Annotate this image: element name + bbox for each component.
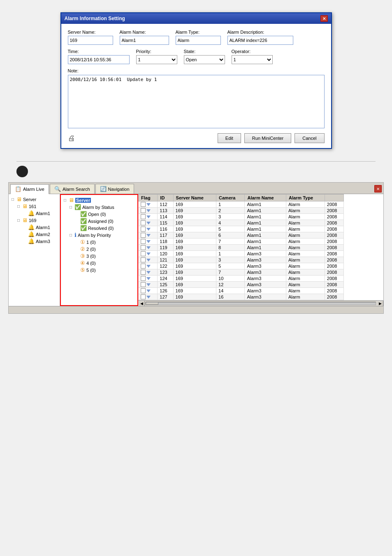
tree-item-161[interactable]: □ 🖥 161	[10, 203, 58, 210]
mid-tree-resolved[interactable]: ✅ Resolved (0)	[63, 225, 136, 232]
horizontal-scrollbar[interactable]: ◀ ▶	[138, 300, 383, 306]
checkbox[interactable]	[141, 245, 146, 250]
mid-tree-p2[interactable]: ② 2 (0)	[63, 246, 136, 253]
mid-tree-p5[interactable]: ⑤ 5 (0)	[63, 266, 136, 273]
table-row[interactable]: 124 169 10 Alarm3 Alarm 2008	[139, 276, 344, 282]
table-row[interactable]: 113 169 2 Alarm1 Alarm 2008	[139, 208, 344, 214]
mid-tree-p3[interactable]: ③ 3 (0)	[63, 253, 136, 259]
cell-id: 126	[158, 288, 173, 294]
table-row[interactable]: 115 169 4 Alarm1 Alarm 2008	[139, 220, 344, 226]
alarm-desc-input[interactable]	[227, 36, 293, 45]
mid-tree-p1[interactable]: ① 1 (0)	[63, 239, 136, 246]
cancel-button[interactable]: Cancel	[295, 133, 324, 143]
checkbox[interactable]	[141, 288, 146, 293]
table-row[interactable]: 119 169 8 Alarm1 Alarm 2008	[139, 245, 344, 251]
alarm-icon: 🔔	[28, 238, 35, 244]
table-row[interactable]: 118 169 7 Alarm1 Alarm 2008	[139, 239, 344, 245]
edit-button[interactable]: Edit	[218, 133, 241, 143]
operator-select[interactable]: 1	[232, 55, 273, 64]
cell-alarm-name: Alarm3	[245, 276, 286, 282]
checkbox[interactable]	[141, 276, 146, 281]
checkbox[interactable]	[141, 239, 146, 244]
table-row[interactable]: 123 169 7 Alarm3 Alarm 2008	[139, 269, 344, 276]
tree-item-169-alarm3[interactable]: 🔔 Alarm3	[10, 238, 58, 245]
checkbox[interactable]	[141, 270, 146, 275]
server-name-input[interactable]	[68, 36, 113, 45]
checkbox[interactable]	[141, 264, 146, 269]
time-input[interactable]	[68, 55, 130, 64]
table-row[interactable]: 116 169 5 Alarm1 Alarm 2008	[139, 226, 344, 232]
note-textarea[interactable]: 2008/12/16 10:56:01 Update by 1	[68, 75, 325, 128]
table-row[interactable]: 125 169 12 Alarm3 Alarm 2008	[139, 282, 344, 288]
section-separator	[16, 161, 376, 162]
tree-item-169-alarm2[interactable]: 🔔 Alarm2	[10, 231, 58, 238]
print-icon[interactable]: 🖨	[68, 134, 75, 143]
table-row[interactable]: 117 169 6 Alarm1 Alarm 2008	[139, 232, 344, 239]
mid-tree-alarm-by-status[interactable]: □ ✅ Alarm by Status	[63, 204, 136, 211]
cell-alarm-name: Alarm1	[245, 226, 286, 232]
tree-item-169[interactable]: □ 🖥 169	[10, 217, 58, 224]
tree-item-169-alarm1[interactable]: 🔔 Alarm1	[10, 224, 58, 231]
checkbox[interactable]	[141, 214, 146, 219]
scroll-thumb[interactable]	[146, 302, 158, 305]
mid-tree-p4[interactable]: ④ 4 (0)	[63, 259, 136, 266]
col-camera: Camera	[216, 195, 245, 202]
cell-flag	[139, 239, 158, 245]
checkbox[interactable]	[141, 227, 146, 232]
table-row[interactable]: 114 169 3 Alarm1 Alarm 2008	[139, 214, 344, 220]
table-row[interactable]: 126 169 14 Alarm3 Alarm 2008	[139, 288, 344, 294]
checkbox[interactable]	[141, 257, 146, 262]
mid-tree-item-server[interactable]: □ 🖥 Server	[63, 197, 136, 204]
cell-alarm-type: Alarm	[286, 208, 325, 214]
table-row[interactable]: 122 169 5 Alarm3 Alarm 2008	[139, 263, 344, 269]
checkbox[interactable]	[141, 202, 146, 207]
tab-alarm-search[interactable]: 🔍 Alarm Search	[50, 184, 95, 194]
checkbox[interactable]	[141, 251, 146, 256]
table-row[interactable]: 127 169 16 Alarm3 Alarm 2008	[139, 294, 344, 300]
expand-icon: □	[68, 233, 73, 237]
tab-alarm-search-label: Alarm Search	[63, 187, 90, 192]
tab-navigation[interactable]: 🔄 Navigation	[95, 184, 134, 194]
tab-alarm-live[interactable]: 📋 Alarm Live	[10, 184, 49, 194]
checkbox[interactable]	[141, 208, 146, 213]
cell-server: 169	[173, 263, 216, 269]
flag-triangle	[146, 228, 151, 231]
col-alarm-type: Alarm Type	[286, 195, 325, 202]
priority-group: Priority: 12345	[136, 49, 177, 64]
checkbox[interactable]	[141, 233, 146, 238]
cell-camera: 12	[216, 282, 245, 288]
panel-close-button[interactable]: ✕	[374, 185, 382, 192]
cell-alarm-name: Alarm1	[245, 208, 286, 214]
scroll-left-arrow[interactable]: ◀	[138, 301, 145, 306]
checkbox[interactable]	[141, 294, 146, 299]
table-row[interactable]: 121 169 3 Alarm3 Alarm 2008	[139, 257, 344, 263]
table-scroll-area[interactable]: Flag ID Server Name Camera Alarm Name Al…	[138, 194, 383, 300]
cell-flag	[139, 282, 158, 288]
alarm-name-input[interactable]	[120, 36, 169, 45]
checkbox[interactable]	[141, 282, 146, 287]
dialog-window: Alarm Information Setting ✕ Server Name:…	[60, 12, 332, 149]
cell-date: 2008	[325, 220, 343, 226]
mid-tree-assigned[interactable]: ✅ Assigned (0)	[63, 218, 136, 225]
time-group: Time:	[68, 49, 130, 64]
tree-item-161-alarm1[interactable]: 🔔 Alarm1	[10, 210, 58, 217]
cell-alarm-name: Alarm1	[245, 202, 286, 208]
server-name-group: Server Name:	[68, 30, 113, 45]
checkbox[interactable]	[141, 220, 146, 225]
cell-id: 127	[158, 294, 173, 300]
cell-server: 169	[173, 294, 216, 300]
scroll-right-arrow[interactable]: ▶	[377, 301, 383, 306]
dialog-close-button[interactable]: ✕	[320, 15, 328, 22]
priority-select[interactable]: 12345	[136, 55, 177, 64]
cell-date: 2008	[325, 239, 343, 245]
scroll-track[interactable]	[146, 302, 376, 305]
state-select[interactable]: OpenAssignedResolved	[184, 55, 225, 64]
tree-item-server-root[interactable]: □ 🖥 Server	[10, 196, 58, 203]
mid-tree-alarm-by-priority[interactable]: □ ℹ Alarm by Priority	[63, 232, 136, 239]
alarm-desc-group: Alarm Description:	[227, 30, 293, 45]
run-minicenter-button[interactable]: Run MiniCenter	[244, 133, 291, 143]
mid-tree-open[interactable]: ✅ Open (0)	[63, 211, 136, 218]
alarm-type-input[interactable]	[176, 36, 221, 45]
table-row[interactable]: 112 169 1 Alarm1 Alarm 2008	[139, 202, 344, 208]
table-row[interactable]: 120 169 1 Alarm3 Alarm 2008	[139, 251, 344, 257]
